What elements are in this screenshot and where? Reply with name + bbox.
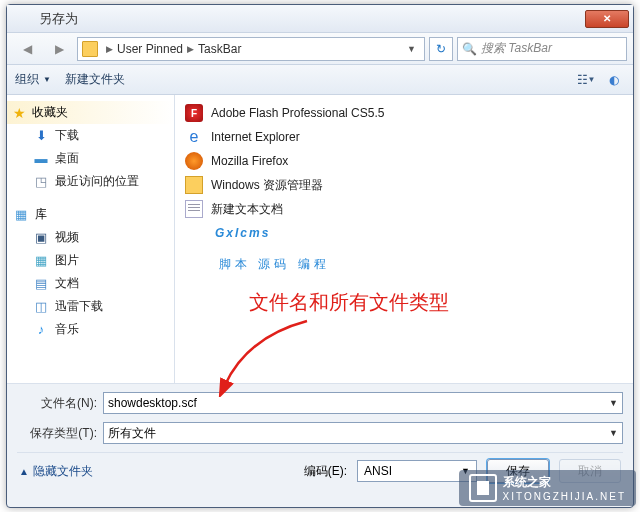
sidebar-item[interactable]: ⬇下载	[7, 124, 174, 147]
breadcrumb-dropdown[interactable]: ▼	[403, 44, 420, 54]
nav-row: ◀ ▶ ▶ User Pinned ▶ TaskBar ▼ ↻ 🔍 搜索 Tas…	[7, 33, 633, 65]
item-label: 音乐	[55, 321, 79, 338]
organize-button[interactable]: 组织 ▼	[15, 71, 51, 88]
library-group: ▦ 库 ▣视频▦图片▤文档◫迅雷下载♪音乐	[7, 203, 174, 341]
sidebar-item[interactable]: ♪音乐	[7, 318, 174, 341]
item-icon: ▣	[33, 230, 49, 246]
filename-label: 文件名(N):	[17, 395, 97, 412]
chevron-down-icon: ▼	[43, 75, 51, 84]
file-icon: e	[185, 128, 203, 146]
chevron-down-icon[interactable]: ▼	[609, 428, 618, 438]
filename-input[interactable]: ▼	[103, 392, 623, 414]
favorites-group: ★ 收藏夹 ⬇下载▬桌面◳最近访问的位置	[7, 101, 174, 193]
item-icon: ◳	[33, 174, 49, 190]
item-label: 下载	[55, 127, 79, 144]
library-header[interactable]: ▦ 库	[7, 203, 174, 226]
titlebar: 另存为 ✕	[7, 5, 633, 33]
encoding-value: ANSI	[364, 464, 392, 478]
file-icon	[185, 152, 203, 170]
brand-url: XITONGZHIJIA.NET	[503, 491, 627, 502]
window-title: 另存为	[39, 10, 585, 28]
sidebar-item[interactable]: ◳最近访问的位置	[7, 170, 174, 193]
filename-field[interactable]	[108, 396, 609, 410]
sidebar-item[interactable]: ▣视频	[7, 226, 174, 249]
toolbar: 组织 ▼ 新建文件夹 ☷ ▼ ◐	[7, 65, 633, 95]
library-icon: ▦	[13, 207, 29, 223]
file-item[interactable]: FAdobe Flash Professional CS5.5	[175, 101, 633, 125]
brand-icon	[469, 474, 497, 502]
hide-folders-button[interactable]: ▲ 隐藏文件夹	[19, 463, 93, 480]
file-item[interactable]: eInternet Explorer	[175, 125, 633, 149]
file-label: Internet Explorer	[211, 130, 300, 144]
organize-label: 组织	[15, 71, 39, 88]
item-label: 视频	[55, 229, 79, 246]
file-label: Mozilla Firefox	[211, 154, 288, 168]
item-icon: ▤	[33, 276, 49, 292]
filetype-label: 保存类型(T):	[17, 425, 97, 442]
library-label: 库	[35, 206, 47, 223]
brand-name: 系统之家	[503, 475, 551, 489]
app-icon	[17, 11, 33, 27]
watermark-sub: 脚本 源码 编程	[219, 257, 330, 271]
breadcrumb-seg-1[interactable]: TaskBar	[198, 42, 241, 56]
sidebar-item[interactable]: ▬桌面	[7, 147, 174, 170]
help-button[interactable]: ◐	[603, 70, 625, 90]
back-button[interactable]: ◀	[13, 36, 41, 62]
file-item[interactable]: Windows 资源管理器	[175, 173, 633, 197]
hide-folders-label: 隐藏文件夹	[33, 463, 93, 480]
sidebar-item[interactable]: ▦图片	[7, 249, 174, 272]
search-placeholder: 搜索 TaskBar	[481, 40, 552, 57]
new-folder-button[interactable]: 新建文件夹	[65, 71, 125, 88]
collapse-icon: ▲	[19, 466, 29, 477]
saveas-dialog: 另存为 ✕ ◀ ▶ ▶ User Pinned ▶ TaskBar ▼ ↻ 🔍 …	[6, 4, 634, 508]
favorites-label: 收藏夹	[32, 104, 68, 121]
brand-overlay: 系统之家 XITONGZHIJIA.NET	[459, 470, 637, 506]
star-icon: ★	[13, 105, 26, 121]
chevron-down-icon[interactable]: ▼	[609, 398, 618, 408]
file-list: FAdobe Flash Professional CS5.5eInternet…	[175, 95, 633, 383]
refresh-button[interactable]: ↻	[429, 37, 453, 61]
watermark: Gxlcms 脚本 源码 编程	[215, 213, 330, 275]
encoding-label: 编码(E):	[304, 463, 347, 480]
item-icon: ◫	[33, 299, 49, 315]
item-icon: ♪	[33, 322, 49, 338]
file-item[interactable]: Mozilla Firefox	[175, 149, 633, 173]
breadcrumb[interactable]: ▶ User Pinned ▶ TaskBar ▼	[77, 37, 425, 61]
annotation-text: 文件名和所有文件类型	[249, 289, 449, 316]
item-label: 迅雷下载	[55, 298, 103, 315]
file-icon	[185, 176, 203, 194]
chevron-right-icon: ▶	[106, 44, 113, 54]
forward-button: ▶	[45, 36, 73, 62]
item-icon: ▦	[33, 253, 49, 269]
sidebar-item[interactable]: ▤文档	[7, 272, 174, 295]
favorites-header[interactable]: ★ 收藏夹	[7, 101, 174, 124]
item-label: 最近访问的位置	[55, 173, 139, 190]
sidebar-item[interactable]: ◫迅雷下载	[7, 295, 174, 318]
close-button[interactable]: ✕	[585, 10, 629, 28]
filetype-value: 所有文件	[108, 425, 156, 442]
breadcrumb-seg-0[interactable]: User Pinned	[117, 42, 183, 56]
filename-row: 文件名(N): ▼	[17, 392, 623, 414]
chevron-right-icon: ▶	[187, 44, 194, 54]
filetype-select[interactable]: 所有文件 ▼	[103, 422, 623, 444]
item-label: 桌面	[55, 150, 79, 167]
file-icon: F	[185, 104, 203, 122]
watermark-main: Gxlcms	[215, 226, 270, 240]
item-icon: ⬇	[33, 128, 49, 144]
item-icon: ▬	[33, 151, 49, 167]
search-input[interactable]: 🔍 搜索 TaskBar	[457, 37, 627, 61]
file-label: Windows 资源管理器	[211, 177, 323, 194]
item-label: 图片	[55, 252, 79, 269]
view-options-button[interactable]: ☷ ▼	[575, 70, 597, 90]
sidebar: ★ 收藏夹 ⬇下载▬桌面◳最近访问的位置 ▦ 库 ▣视频▦图片▤文档◫迅雷下载♪…	[7, 95, 175, 383]
file-label: Adobe Flash Professional CS5.5	[211, 106, 384, 120]
body-area: ★ 收藏夹 ⬇下载▬桌面◳最近访问的位置 ▦ 库 ▣视频▦图片▤文档◫迅雷下载♪…	[7, 95, 633, 383]
file-icon	[185, 200, 203, 218]
search-icon: 🔍	[462, 42, 477, 56]
filetype-row: 保存类型(T): 所有文件 ▼	[17, 422, 623, 444]
item-label: 文档	[55, 275, 79, 292]
folder-icon	[82, 41, 98, 57]
new-folder-label: 新建文件夹	[65, 71, 125, 88]
